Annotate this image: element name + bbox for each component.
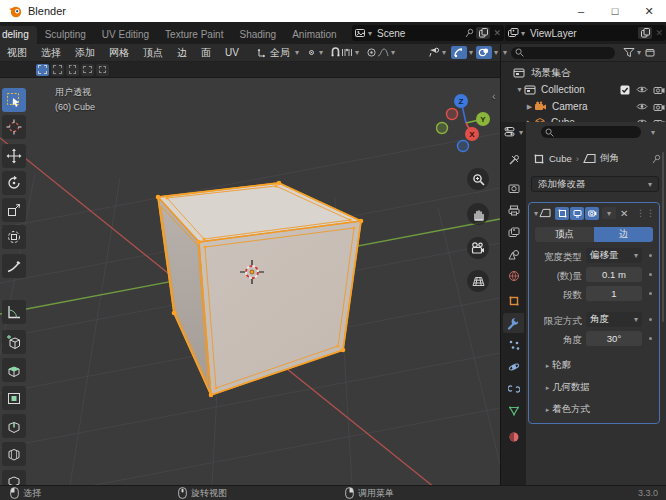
disclosure-triangle-icon[interactable]: ▼ xyxy=(515,86,524,93)
outliner-search-input[interactable] xyxy=(511,47,615,59)
snap-toggle[interactable]: ▾ xyxy=(328,46,361,59)
duplicate-scene-button[interactable] xyxy=(476,27,490,39)
render-visibility-camera-icon[interactable] xyxy=(653,85,665,95)
overlays-toggle[interactable] xyxy=(476,46,492,59)
properties-scrollbar[interactable] xyxy=(662,152,664,322)
drag-handle-icon[interactable]: ⋮⋮ xyxy=(636,208,656,218)
tool-extrude-region[interactable] xyxy=(2,358,26,382)
tool-scale[interactable] xyxy=(2,198,26,222)
menu-face[interactable]: 面 xyxy=(194,46,218,60)
add-viewlayer-button[interactable] xyxy=(638,27,652,39)
tool-rotate[interactable] xyxy=(2,171,26,195)
breadcrumb-object[interactable]: Cube xyxy=(549,153,572,164)
disclosure-triangle-icon[interactable]: ▶ xyxy=(525,103,534,111)
tab-edges[interactable]: 边 xyxy=(594,227,653,242)
zoom-view-button[interactable] xyxy=(467,168,489,190)
tool-spin[interactable] xyxy=(2,470,26,485)
workspace-tab-shading[interactable]: Shading xyxy=(231,26,284,44)
tool-loop-cut[interactable] xyxy=(2,442,26,466)
scene-selector[interactable]: ▾ Scene ✕ xyxy=(352,25,504,41)
select-mode-subtract-button[interactable] xyxy=(66,64,79,76)
animate-dot[interactable] xyxy=(649,318,652,321)
tab-physics[interactable] xyxy=(503,357,524,377)
outliner-row-collection[interactable]: ▼ Collection xyxy=(515,81,665,98)
section-shading[interactable]: ▸ 着色方式 xyxy=(543,403,590,416)
remove-viewlayer-icon[interactable]: ✕ xyxy=(655,28,663,38)
pin-icon[interactable] xyxy=(465,28,474,38)
tab-scene[interactable] xyxy=(503,244,524,264)
close-button[interactable]: ✕ xyxy=(632,0,666,22)
tool-add-cube[interactable] xyxy=(2,330,26,354)
select-mode-extend-button[interactable] xyxy=(51,64,64,76)
display-render-toggle[interactable] xyxy=(585,207,599,220)
animate-dot[interactable] xyxy=(649,292,652,295)
properties-search-input[interactable] xyxy=(541,126,641,138)
camera-view-button[interactable] xyxy=(467,237,489,259)
breadcrumb-modifier[interactable]: 倒角 xyxy=(600,152,619,165)
pan-view-button[interactable] xyxy=(467,203,489,225)
filter-icon[interactable] xyxy=(623,47,635,58)
delete-modifier-button[interactable]: ✕ xyxy=(620,208,628,219)
minimize-button[interactable]: – xyxy=(564,0,598,22)
checkbox-icon[interactable] xyxy=(620,85,630,95)
select-mode-new-button[interactable] xyxy=(36,64,49,76)
display-realtime-toggle[interactable] xyxy=(570,207,584,220)
outliner-row-camera[interactable]: ▶ Camera xyxy=(525,98,665,115)
workspace-tab-animation[interactable]: Animation xyxy=(284,26,344,44)
viewport-3d[interactable]: 用户透视 (60) Cube ‹ xyxy=(0,78,500,485)
pin-icon[interactable] xyxy=(652,154,661,164)
section-profile[interactable]: ▸ 轮廓 xyxy=(543,359,571,372)
section-geometry[interactable]: ▸ 几何数据 xyxy=(543,381,590,394)
tab-object[interactable] xyxy=(503,291,524,311)
gizmos-toggle[interactable] xyxy=(451,46,467,59)
visibility-filter-dropdown[interactable]: ▾ xyxy=(426,46,448,59)
workspace-tab-sculpting[interactable]: Sculpting xyxy=(37,26,94,44)
animate-dot[interactable] xyxy=(649,337,652,340)
segments-field[interactable]: 1 xyxy=(586,286,642,301)
tab-particles[interactable] xyxy=(503,335,524,355)
workspace-tab-modeling[interactable]: deling xyxy=(0,26,37,44)
transform-orientation-dropdown[interactable]: 全局 ▾ xyxy=(254,45,301,61)
properties-options-chevron[interactable]: ▾ xyxy=(651,128,655,137)
tool-cursor[interactable] xyxy=(2,115,26,139)
select-mode-intersect-button[interactable] xyxy=(96,64,109,76)
navigation-gizmo[interactable]: Z Y X xyxy=(436,90,500,154)
menu-uv[interactable]: UV xyxy=(218,47,246,58)
unlink-scene-icon[interactable]: ✕ xyxy=(493,28,501,38)
proportional-editing-toggle[interactable]: ▾ xyxy=(364,46,397,59)
editor-type-button[interactable]: ▾ xyxy=(504,126,523,138)
tab-vertices[interactable]: 顶点 xyxy=(535,227,594,242)
tool-select-box[interactable] xyxy=(2,88,26,112)
limit-method-dropdown[interactable]: 角度 ▾ xyxy=(586,312,642,327)
animate-dot[interactable] xyxy=(649,273,652,276)
maximize-button[interactable]: □ xyxy=(598,0,632,22)
display-editmode-toggle[interactable] xyxy=(555,207,569,220)
viewlayer-selector[interactable]: ▾ ViewLayer ✕ xyxy=(505,25,666,41)
pivot-point-dropdown[interactable]: ▾ xyxy=(304,46,325,59)
eye-icon[interactable] xyxy=(636,85,648,94)
menu-mesh[interactable]: 网格 xyxy=(102,46,136,60)
tool-transform[interactable] xyxy=(2,225,26,249)
tab-render[interactable] xyxy=(503,178,524,198)
workspace-tab-texture-paint[interactable]: Texture Paint xyxy=(157,26,231,44)
tab-object-data[interactable] xyxy=(503,401,524,421)
workspace-tab-uv-editing[interactable]: UV Editing xyxy=(94,26,157,44)
editor-type-chevron[interactable]: ▾ xyxy=(503,48,507,57)
animate-dot[interactable] xyxy=(649,254,652,257)
eye-icon[interactable] xyxy=(636,102,648,111)
menu-vertex[interactable]: 顶点 xyxy=(136,46,170,60)
amount-field[interactable]: 0.1 m xyxy=(586,267,642,282)
outliner-row-scene-collection[interactable]: 场景集合 xyxy=(513,64,571,81)
angle-field[interactable]: 30° xyxy=(586,331,642,346)
tab-output[interactable] xyxy=(503,200,524,220)
menu-select[interactable]: 选择 xyxy=(34,46,68,60)
expand-panel-chevron[interactable]: ▾ xyxy=(534,209,538,218)
tab-material[interactable] xyxy=(503,427,524,447)
tool-measure[interactable] xyxy=(2,300,26,324)
tab-tool[interactable] xyxy=(503,150,524,170)
render-visibility-camera-icon[interactable] xyxy=(653,102,665,112)
new-collection-icon[interactable] xyxy=(645,47,656,58)
select-mode-invert-button[interactable] xyxy=(81,64,94,76)
tab-constraints[interactable] xyxy=(503,379,524,399)
toggle-ortho-button[interactable] xyxy=(467,270,489,292)
